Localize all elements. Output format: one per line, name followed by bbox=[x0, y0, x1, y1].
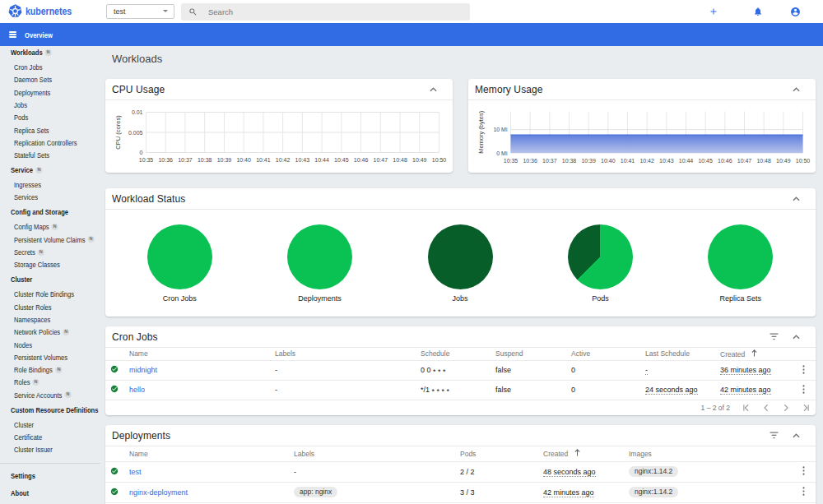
svg-text:10:43: 10:43 bbox=[295, 157, 310, 163]
table-head: NameLabelsPodsCreatedImages bbox=[105, 446, 816, 461]
sidebar-item-namespaces[interactable]: Namespaces bbox=[14, 313, 50, 325]
row-menu-button[interactable] bbox=[792, 360, 816, 380]
sidebar-item-stateful-sets[interactable]: Stateful Sets bbox=[14, 150, 49, 161]
column-header-suspend[interactable]: Suspend bbox=[490, 348, 565, 360]
chevron-up-icon bbox=[430, 87, 437, 92]
column-header-labels[interactable]: Labels bbox=[288, 446, 454, 461]
collapse-status-card-button[interactable] bbox=[785, 188, 807, 209]
resource-link[interactable]: test bbox=[129, 468, 142, 476]
column-header-schedule[interactable]: Schedule bbox=[415, 348, 490, 360]
pie-label: Pods bbox=[592, 294, 609, 303]
sidebar-item-cluster-role-bindings[interactable]: Cluster Role Bindings bbox=[14, 289, 74, 300]
sidebar-item-certificate[interactable]: Certificate bbox=[14, 432, 42, 443]
sidebar-item-service-accounts[interactable]: Service AccountsN bbox=[14, 389, 71, 400]
sidebar-item-settings[interactable]: Settings bbox=[11, 470, 35, 482]
search-bar[interactable] bbox=[181, 3, 470, 21]
collapse-cpu-card-button[interactable] bbox=[422, 79, 444, 99]
sidebar-item-jobs[interactable]: Jobs bbox=[14, 99, 27, 110]
sidebar-item-cluster-issuer[interactable]: Cluster Issuer bbox=[14, 444, 53, 455]
sidebar-item-daemon-sets[interactable]: Daemon Sets bbox=[14, 74, 52, 86]
relative-time: 42 minutes ago bbox=[720, 386, 771, 395]
column-header-created[interactable]: Created bbox=[537, 446, 623, 461]
sidebar-item-pods[interactable]: Pods bbox=[14, 112, 28, 123]
sidebar-section-cluster[interactable]: Cluster bbox=[11, 274, 32, 285]
column-header-pods[interactable]: Pods bbox=[454, 446, 537, 461]
sidebar-item-persistent-volumes[interactable]: Persistent Volumes bbox=[14, 351, 67, 363]
pie-label: Cron Jobs bbox=[163, 294, 197, 303]
namespaced-badge: N bbox=[55, 367, 62, 373]
column-header-name[interactable]: Name bbox=[123, 348, 269, 360]
sidebar-item-config-maps[interactable]: Config MapsN bbox=[14, 221, 58, 233]
sidebar-label: Persistent Volumes bbox=[14, 353, 67, 362]
sidebar-item-deployments[interactable]: Deployments bbox=[14, 86, 50, 98]
sidebar-label: Persistent Volume Claims bbox=[14, 235, 86, 244]
namespace-select[interactable]: test bbox=[106, 4, 174, 19]
chevron-up-icon bbox=[793, 433, 800, 438]
filter-deployments-button[interactable] bbox=[763, 425, 785, 446]
collapse-cron-jobs-button[interactable] bbox=[785, 326, 807, 347]
pie-chart bbox=[428, 224, 493, 289]
resource-link[interactable]: hello bbox=[129, 386, 145, 394]
sidebar-section-workloads[interactable]: WorkloadsN bbox=[11, 47, 51, 58]
notifications-button[interactable] bbox=[746, 0, 770, 23]
table-body: test - 2 / 2 48 seconds ago nginx:1.14.2… bbox=[105, 461, 816, 502]
sidebar-item-secrets[interactable]: SecretsN bbox=[14, 247, 44, 258]
row-menu-button[interactable] bbox=[792, 461, 816, 482]
sidebar-item-nodes[interactable]: Nodes bbox=[14, 339, 32, 350]
column-header-active[interactable]: Active bbox=[565, 348, 639, 360]
sidebar-item-ingresses[interactable]: Ingresses bbox=[14, 179, 41, 191]
collapse-memory-card-button[interactable] bbox=[785, 79, 807, 99]
create-resource-button[interactable] bbox=[702, 0, 725, 23]
column-header-created[interactable]: Created bbox=[714, 348, 792, 360]
svg-text:10:38: 10:38 bbox=[198, 157, 212, 163]
sidebar-section-custom-resource-definitions[interactable]: Custom Resource Definitions bbox=[11, 404, 98, 415]
column-header-images[interactable]: Images bbox=[623, 446, 792, 461]
sidebar-section-service[interactable]: ServiceN bbox=[11, 164, 41, 176]
column-header-last-schedule[interactable]: Last Schedule bbox=[639, 348, 714, 360]
column-header-name[interactable]: Name bbox=[123, 446, 288, 461]
sidebar-item-role-bindings[interactable]: Role BindingsN bbox=[14, 364, 61, 376]
asterisk-glyph: * bbox=[432, 387, 435, 395]
resource-link[interactable]: midnight bbox=[129, 366, 157, 374]
pie-chart bbox=[287, 224, 352, 289]
sidebar-label: Role Bindings bbox=[14, 365, 53, 374]
filter-cron-jobs-button[interactable] bbox=[763, 326, 785, 347]
row-menu-button[interactable] bbox=[792, 482, 816, 502]
image-chip: nginx:1.14.2 bbox=[629, 466, 678, 478]
sidebar-item-persistent-volume-claims[interactable]: Persistent Volume ClaimsN bbox=[14, 234, 94, 245]
sidebar-item-network-policies[interactable]: Network PoliciesN bbox=[14, 326, 69, 338]
column-header-labels[interactable]: Labels bbox=[269, 348, 415, 360]
sidebar-item-cron-jobs[interactable]: Cron Jobs bbox=[14, 62, 43, 73]
chevron-right-icon bbox=[782, 404, 790, 412]
collapse-deployments-button[interactable] bbox=[785, 425, 807, 446]
last-page-button[interactable] bbox=[796, 400, 816, 416]
next-page-button[interactable] bbox=[776, 400, 796, 416]
sidebar-item-roles[interactable]: RolesN bbox=[14, 377, 39, 388]
sidebar-item-about[interactable]: About bbox=[11, 488, 29, 499]
data-table: NameLabelsScheduleSuspendActiveLast Sche… bbox=[105, 348, 816, 400]
resource-link[interactable]: nginx-deployment bbox=[129, 488, 188, 497]
pie-label: Replica Sets bbox=[720, 294, 762, 303]
sidebar-item-cluster[interactable]: Cluster bbox=[14, 418, 34, 430]
sidebar-item-services[interactable]: Services bbox=[14, 192, 38, 203]
page-title: Overview bbox=[25, 30, 53, 39]
svg-text:10:46: 10:46 bbox=[718, 158, 732, 164]
area-chart-svg: 0 Mi10 Mi10:3510:3610:3710:3810:3910:401… bbox=[468, 100, 816, 172]
svg-text:0.01: 0.01 bbox=[132, 109, 143, 115]
sidebar-item-replica-sets[interactable]: Replica Sets bbox=[14, 124, 49, 136]
account-button[interactable] bbox=[783, 0, 807, 23]
first-page-button[interactable] bbox=[737, 400, 756, 416]
sidebar-item-replication-controllers[interactable]: Replication Controllers bbox=[14, 136, 77, 148]
search-input[interactable] bbox=[208, 7, 439, 16]
sidebar-item-cluster-roles[interactable]: Cluster Roles bbox=[14, 301, 52, 312]
menu-icon[interactable] bbox=[9, 31, 17, 38]
account-icon bbox=[790, 7, 801, 17]
row-menu-button[interactable] bbox=[792, 380, 816, 400]
previous-page-button[interactable] bbox=[756, 400, 776, 416]
cron-jobs-card: Cron Jobs NameLabelsScheduleSuspendActiv… bbox=[105, 326, 816, 415]
pie-chart bbox=[147, 224, 212, 289]
kubernetes-logo-lockup[interactable]: kubernetes bbox=[8, 4, 85, 19]
table-body: midnight - 0 0 * * * false 0 - 36 minute… bbox=[105, 360, 816, 400]
sidebar-section-config-and-storage[interactable]: Config and Storage bbox=[11, 206, 68, 218]
sidebar-item-storage-classes[interactable]: Storage Classes bbox=[14, 259, 60, 270]
